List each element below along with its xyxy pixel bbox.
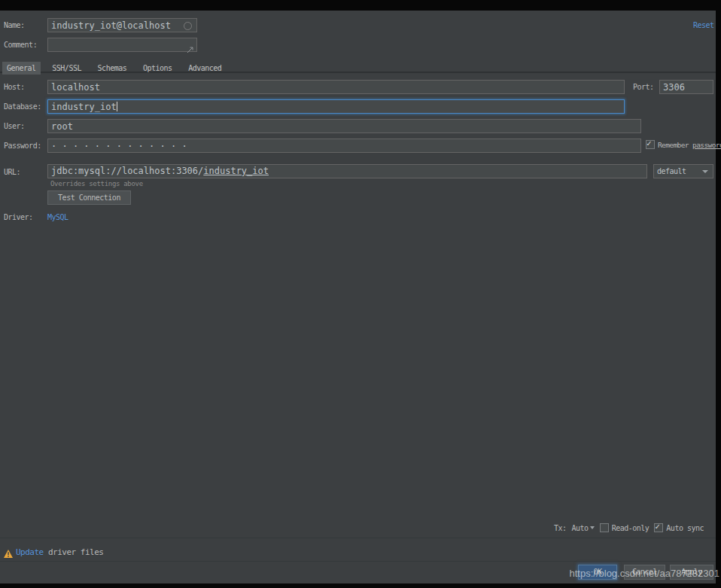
comment-input[interactable] [47, 38, 197, 52]
warning-separator [0, 538, 716, 538]
readonly-group: Read-only [600, 523, 650, 532]
name-input[interactable] [47, 18, 197, 32]
url-scope-value: default [657, 167, 686, 175]
autosync-label: Auto sync [666, 524, 704, 532]
port-input[interactable] [659, 80, 713, 94]
user-label: User: [4, 122, 25, 130]
cancel-button[interactable]: Cancel [624, 565, 665, 580]
url-scope-dropdown[interactable]: default [653, 164, 713, 178]
ok-button[interactable]: OK [578, 565, 617, 580]
url-label: URL: [4, 168, 20, 176]
tx-label: Tx: [554, 524, 567, 532]
user-input[interactable] [47, 119, 641, 133]
warning-icon [4, 547, 13, 561]
comment-label: Comment: [4, 41, 37, 49]
autosync-checkbox[interactable] [654, 523, 663, 532]
tab-schemas[interactable]: Schemas [93, 62, 132, 75]
connection-dialog-panel [0, 11, 716, 583]
name-label: Name: [4, 21, 25, 29]
url-prefix-text: jdbc:mysql://localhost:3306/ [51, 166, 203, 176]
tab-bar: General SSH/SSL Schemas Options Advanced [0, 59, 716, 73]
dropdown-arrow-icon [702, 170, 708, 173]
remember-password-label: Remember password [658, 141, 721, 149]
auto-name-icon[interactable] [184, 22, 192, 30]
url-database-link[interactable]: industry_iot [203, 166, 269, 176]
remember-password-row: Remember password [646, 140, 721, 149]
buttonbar-separator [0, 561, 716, 562]
tab-ssh-ssl[interactable]: SSH/SSL [47, 62, 86, 75]
port-label: Port: [633, 83, 654, 91]
update-driver-link[interactable]: Update [16, 547, 44, 557]
remember-password-checkbox[interactable] [646, 140, 655, 149]
tab-advanced[interactable]: Advanced [184, 62, 226, 75]
url-hint: Overrides settings above [50, 180, 143, 187]
tx-mode-dropdown[interactable]: Auto [572, 524, 595, 532]
driver-label: Driver: [4, 213, 33, 221]
apply-button[interactable]: Apply [670, 565, 713, 580]
password-label: Password: [4, 142, 41, 150]
readonly-label: Read-only [612, 524, 650, 532]
readonly-checkbox[interactable] [600, 523, 609, 532]
tab-general[interactable]: General [2, 62, 41, 75]
host-input[interactable] [47, 80, 625, 94]
reset-link[interactable]: Reset [693, 21, 714, 29]
tab-options[interactable]: Options [138, 62, 177, 75]
password-input[interactable] [47, 139, 641, 153]
autosync-group: Auto sync [654, 523, 704, 532]
expand-comment-icon[interactable] [187, 42, 193, 56]
warning-text: driver files [48, 547, 103, 557]
driver-mysql-link[interactable]: MySQL [47, 213, 68, 221]
text-caret [117, 102, 117, 111]
host-label: Host: [4, 83, 25, 91]
database-input[interactable] [47, 99, 625, 114]
chevron-down-icon [590, 526, 595, 529]
database-label: Database: [4, 102, 41, 111]
tx-options-row: Tx: Auto Read-only Auto sync [554, 523, 704, 532]
test-connection-button[interactable]: Test Connection [47, 190, 131, 205]
tx-mode-value: Auto [572, 524, 589, 532]
url-input[interactable]: jdbc:mysql://localhost:3306/industry_iot [47, 164, 647, 178]
connection-dialog-window: { "header": { "name_label": "Name:", "na… [0, 0, 721, 588]
